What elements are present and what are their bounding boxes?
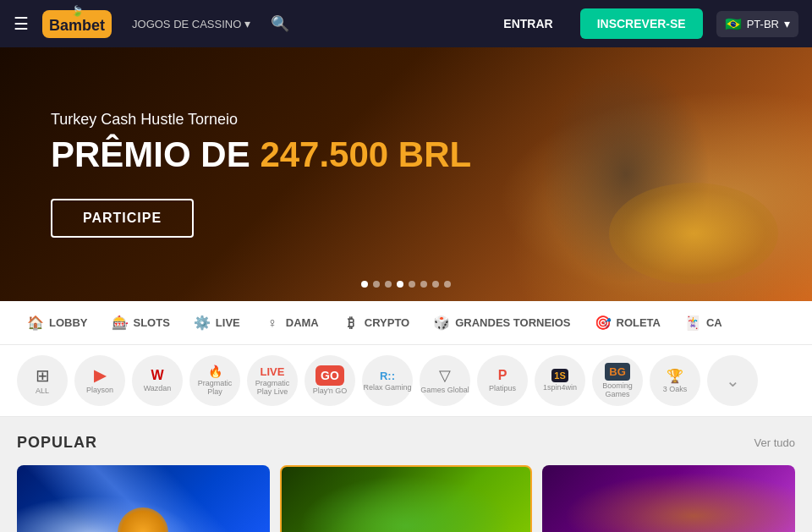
category-dama-label: DAMA <box>286 316 319 329</box>
crypto-icon: ₿ <box>343 315 359 332</box>
logo-leaf-icon: 🍃 <box>71 5 84 17</box>
booming-games-label: Booming Games <box>592 382 643 399</box>
flag-icon: 🇧🇷 <box>725 16 742 32</box>
lang-label: PT-BR <box>747 18 779 30</box>
dot-5[interactable] <box>409 281 415 288</box>
lobby-icon: 🏠 <box>27 315 44 332</box>
provider-pragmatic-live[interactable]: LIVE Pragmatic Play Live <box>247 355 298 406</box>
cassino-icon: 🃏 <box>684 315 701 332</box>
provider-playson[interactable]: ▶ Playson <box>74 355 125 406</box>
logo-box: 🍃 Bambet <box>42 10 112 38</box>
search-icon[interactable]: 🔍 <box>271 14 289 33</box>
booming-games-logo: BG <box>605 363 630 381</box>
banner-prize-amount: 247.500 BRL <box>260 134 471 174</box>
provider-pragmatic[interactable]: Pragmatic Play <box>189 355 240 406</box>
wazdan-label: Wazdan <box>144 385 172 393</box>
category-lobby-label: LOBBY <box>49 316 88 329</box>
category-crypto-label: CRYPTO <box>365 316 409 329</box>
category-grandes-torneios[interactable]: 🎲 GRANDES TORNEIOS <box>423 308 580 338</box>
3oaks-label: 3 Oaks <box>663 386 688 394</box>
hamburger-menu[interactable]: ☰ <box>14 14 29 34</box>
relax-gaming-logo: R:: <box>380 370 395 382</box>
playson-label: Playson <box>86 387 113 395</box>
register-button[interactable]: INSCREVER-SE <box>580 8 703 39</box>
category-slots[interactable]: 🎰 SLOTS <box>102 308 180 338</box>
hero-banner: Turkey Cash Hustle Torneio PRÊMIO DE 247… <box>0 47 812 301</box>
slots-icon: 🎰 <box>112 315 129 332</box>
category-dama[interactable]: ♀ DAMA <box>254 308 329 338</box>
provider-all[interactable]: ⊞ ALL <box>17 355 68 406</box>
provider-filter: ⊞ ALL ▶ Playson W Wazdan Pragmatic Play … <box>0 345 812 417</box>
banner-content: Turkey Cash Hustle Torneio PRÊMIO DE 247… <box>0 77 522 271</box>
playn-go-label: Play'n GO <box>313 387 348 396</box>
1spin4win-label: 1spin4win <box>543 384 577 392</box>
provider-more-button[interactable]: ⌄ <box>707 355 758 406</box>
dot-4[interactable] <box>397 281 403 288</box>
3oaks-logo: 🏆 <box>667 368 683 384</box>
live-icon: ⚙️ <box>194 315 211 332</box>
pragmatic-label: Pragmatic Play <box>189 380 240 397</box>
games-global-label: Games Global <box>420 387 469 395</box>
category-cassino-label: CA <box>706 316 722 329</box>
provider-booming-games[interactable]: BG Booming Games <box>592 355 643 406</box>
game-card-lightning[interactable] <box>17 465 270 532</box>
chevron-down-icon <box>244 17 250 30</box>
games-global-logo: ▽ <box>439 366 451 385</box>
dot-3[interactable] <box>385 281 392 288</box>
lang-chevron-icon <box>784 17 790 30</box>
header: ☰ 🍃 Bambet JOGOS DE CASSINO 🔍 ENTRAR INS… <box>0 0 812 47</box>
category-cassino[interactable]: 🃏 CA <box>674 308 732 338</box>
dot-6[interactable] <box>420 281 427 288</box>
language-selector[interactable]: 🇧🇷 PT-BR <box>716 11 798 37</box>
casino-games-nav[interactable]: JOGOS DE CASSINO <box>132 17 250 30</box>
torneios-icon: 🎲 <box>433 315 450 332</box>
game-card-buffalo[interactable] <box>542 465 795 532</box>
category-lobby[interactable]: 🏠 LOBBY <box>17 308 98 338</box>
playn-go-logo: GO <box>315 365 344 386</box>
dot-8[interactable] <box>444 281 451 288</box>
category-live-label: LIVE <box>216 316 240 329</box>
nav-label: JOGOS DE CASSINO <box>132 18 241 30</box>
all-grid-icon: ⊞ <box>36 365 50 386</box>
category-live[interactable]: ⚙️ LIVE <box>184 308 250 338</box>
logo[interactable]: 🍃 Bambet <box>42 10 112 38</box>
pragmatic-live-logo: LIVE <box>261 365 285 378</box>
banner-coins <box>609 183 778 284</box>
category-nav: 🏠 LOBBY 🎰 SLOTS ⚙️ LIVE ♀ DAMA ₿ CRYPTO … <box>0 301 812 345</box>
provider-wazdan[interactable]: W Wazdan <box>132 355 183 406</box>
banner-dots <box>361 281 451 288</box>
banner-title-prefix: PRÊMIO DE <box>51 134 260 174</box>
dot-1[interactable] <box>361 281 368 288</box>
popular-title: POPULAR <box>17 434 97 452</box>
provider-platipus[interactable]: P Platipus <box>477 355 528 406</box>
pragmatic-live-label: Pragmatic Play Live <box>247 380 298 397</box>
category-roleta[interactable]: 🎯 ROLETA <box>584 308 671 338</box>
ver-tudo-link[interactable]: Ver tudo <box>754 436 795 449</box>
banner-subtitle: Turkey Cash Hustle Torneio <box>51 111 471 129</box>
dot-7[interactable] <box>432 281 439 288</box>
wazdan-logo: W <box>151 368 163 383</box>
provider-playn-go[interactable]: GO Play'n GO <box>304 355 355 406</box>
buffalo-effect <box>542 465 795 532</box>
provider-relax-gaming[interactable]: R:: Relax Gaming <box>362 355 413 406</box>
category-torneios-label: GRANDES TORNEIOS <box>455 316 570 329</box>
pragmatic-logo <box>208 365 222 378</box>
provider-1spin4win[interactable]: 1S 1spin4win <box>535 355 585 406</box>
platipus-logo: P <box>498 368 508 383</box>
provider-3oaks[interactable]: 🏆 3 Oaks <box>650 355 700 406</box>
banner-title: PRÊMIO DE 247.500 BRL <box>51 135 471 174</box>
chevron-down-provider-icon: ⌄ <box>726 370 740 391</box>
participate-button[interactable]: PARTICIPE <box>51 199 194 238</box>
dot-2[interactable] <box>373 281 380 288</box>
login-button[interactable]: ENTRAR <box>490 10 566 37</box>
category-roleta-label: ROLETA <box>617 316 661 329</box>
game-card-frog[interactable] <box>280 465 533 532</box>
provider-games-global[interactable]: ▽ Games Global <box>420 355 470 406</box>
category-slots-label: SLOTS <box>134 316 170 329</box>
provider-all-label: ALL <box>36 387 49 396</box>
roleta-icon: 🎯 <box>595 315 612 332</box>
platipus-label: Platipus <box>489 385 516 393</box>
playson-logo: ▶ <box>94 366 106 385</box>
category-crypto[interactable]: ₿ CRYPTO <box>332 308 420 338</box>
popular-section: POPULAR Ver tudo <box>0 417 812 532</box>
